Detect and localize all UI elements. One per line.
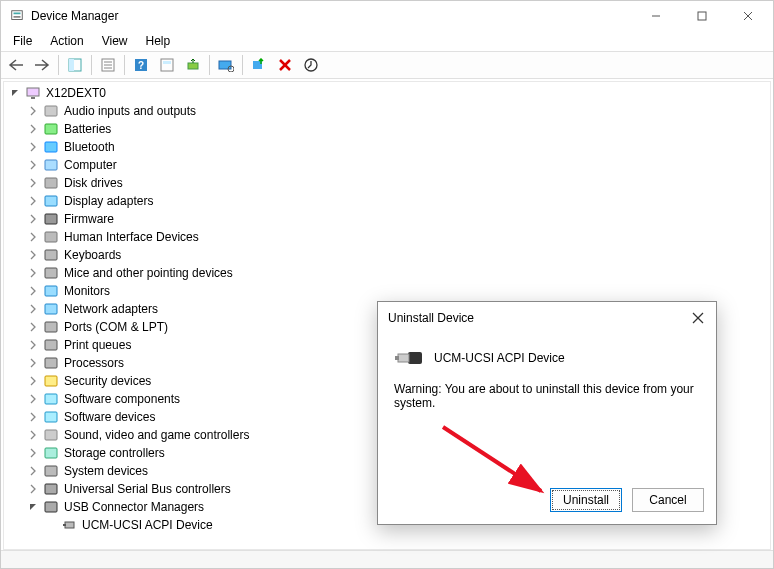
collapse-icon[interactable]	[8, 86, 22, 100]
category-label: Software devices	[62, 410, 157, 424]
svg-rect-43	[45, 412, 57, 422]
category-label: Firmware	[62, 212, 116, 226]
expand-icon[interactable]	[26, 158, 40, 172]
menu-file[interactable]: File	[5, 32, 40, 50]
menu-action[interactable]: Action	[42, 32, 91, 50]
dialog-close-button[interactable]	[684, 304, 712, 332]
tree-category[interactable]: Audio inputs and outputs	[8, 102, 766, 120]
svg-rect-18	[219, 61, 231, 69]
svg-rect-25	[31, 97, 35, 99]
disable-device-button[interactable]	[299, 53, 323, 77]
tree-category[interactable]: Batteries	[8, 120, 766, 138]
uninstall-button[interactable]: Uninstall	[550, 488, 622, 512]
svg-rect-29	[45, 160, 57, 170]
category-icon	[43, 175, 59, 191]
svg-rect-1	[14, 13, 21, 15]
maximize-button[interactable]	[679, 1, 725, 31]
svg-rect-16	[163, 61, 171, 64]
help-button[interactable]: ?	[129, 53, 153, 77]
expand-icon[interactable]	[26, 212, 40, 226]
category-icon	[43, 301, 59, 317]
tree-root[interactable]: X12DEXT0	[8, 84, 766, 102]
expand-icon[interactable]	[26, 338, 40, 352]
category-icon	[43, 283, 59, 299]
svg-rect-38	[45, 322, 57, 332]
toolbar: ?	[1, 51, 773, 79]
svg-rect-42	[45, 394, 57, 404]
category-icon	[43, 157, 59, 173]
category-label: Processors	[62, 356, 126, 370]
close-button[interactable]	[725, 1, 771, 31]
expand-icon[interactable]	[26, 104, 40, 118]
window-title: Device Manager	[31, 9, 633, 23]
expand-icon[interactable]	[26, 266, 40, 280]
category-label: Batteries	[62, 122, 113, 136]
tree-category[interactable]: Monitors	[8, 282, 766, 300]
expand-icon[interactable]	[26, 482, 40, 496]
scan-hardware-button[interactable]	[214, 53, 238, 77]
expand-icon[interactable]	[26, 194, 40, 208]
expand-icon[interactable]	[26, 140, 40, 154]
statusbar	[1, 550, 773, 568]
computer-icon	[25, 85, 41, 101]
expand-icon[interactable]	[26, 284, 40, 298]
category-label: Audio inputs and outputs	[62, 104, 198, 118]
expand-icon[interactable]	[26, 248, 40, 262]
category-label: USB Connector Managers	[62, 500, 206, 514]
svg-rect-2	[14, 16, 21, 18]
svg-rect-8	[69, 59, 74, 71]
tree-category[interactable]: Bluetooth	[8, 138, 766, 156]
collapse-icon[interactable]	[26, 500, 40, 514]
usb-connector-icon	[394, 348, 424, 368]
uninstall-dialog: Uninstall Device UCM-UCSI ACPI Device Wa…	[377, 301, 717, 525]
expand-icon[interactable]	[26, 410, 40, 424]
category-label: Monitors	[62, 284, 112, 298]
expand-icon[interactable]	[26, 302, 40, 316]
svg-rect-32	[45, 214, 57, 224]
expand-icon[interactable]	[26, 464, 40, 478]
svg-rect-53	[408, 352, 422, 364]
category-icon	[43, 499, 59, 515]
expand-icon[interactable]	[26, 446, 40, 460]
tree-category[interactable]: Firmware	[8, 210, 766, 228]
back-button[interactable]	[4, 53, 28, 77]
enable-device-button[interactable]	[247, 53, 271, 77]
category-label: Ports (COM & LPT)	[62, 320, 170, 334]
dialog-warning-text: Warning: You are about to uninstall this…	[394, 382, 702, 410]
expand-icon[interactable]	[26, 230, 40, 244]
svg-rect-44	[45, 430, 57, 440]
expand-icon[interactable]	[26, 320, 40, 334]
properties-button[interactable]	[96, 53, 120, 77]
minimize-button[interactable]	[633, 1, 679, 31]
menu-help[interactable]: Help	[138, 32, 179, 50]
options-button[interactable]	[155, 53, 179, 77]
svg-rect-17	[188, 63, 198, 69]
uninstall-device-button[interactable]	[273, 53, 297, 77]
expand-icon[interactable]	[26, 428, 40, 442]
svg-rect-27	[45, 124, 57, 134]
tree-category[interactable]: Human Interface Devices	[8, 228, 766, 246]
category-icon	[43, 337, 59, 353]
expand-icon[interactable]	[26, 356, 40, 370]
cancel-button[interactable]: Cancel	[632, 488, 704, 512]
expand-icon[interactable]	[26, 374, 40, 388]
menu-view[interactable]: View	[94, 32, 136, 50]
tree-category[interactable]: Display adapters	[8, 192, 766, 210]
svg-rect-46	[45, 466, 57, 476]
expand-icon[interactable]	[26, 122, 40, 136]
tree-category[interactable]: Mice and other pointing devices	[8, 264, 766, 282]
forward-button[interactable]	[30, 53, 54, 77]
tree-category[interactable]: Disk drives	[8, 174, 766, 192]
category-icon	[43, 355, 59, 371]
category-icon	[43, 409, 59, 425]
svg-rect-15	[161, 59, 173, 71]
svg-rect-28	[45, 142, 57, 152]
category-icon	[43, 247, 59, 263]
tree-category[interactable]: Computer	[8, 156, 766, 174]
expand-icon[interactable]	[26, 392, 40, 406]
show-hide-tree-button[interactable]	[63, 53, 87, 77]
expand-icon[interactable]	[26, 176, 40, 190]
tree-category[interactable]: Keyboards	[8, 246, 766, 264]
update-driver-button[interactable]	[181, 53, 205, 77]
svg-rect-37	[45, 304, 57, 314]
